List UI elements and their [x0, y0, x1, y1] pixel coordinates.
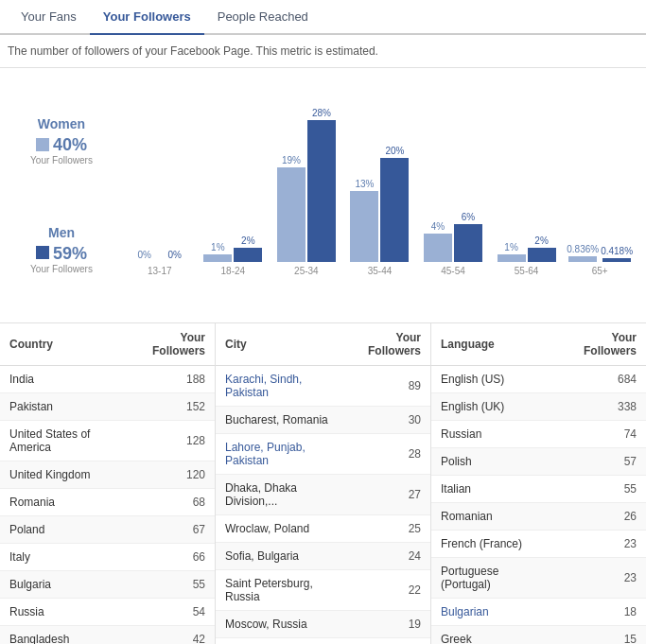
language-col1-header: Language: [431, 323, 551, 366]
table-row: London, UK 17: [216, 638, 430, 645]
legend-women-label: Your Followers: [30, 155, 93, 165]
language-value: 23: [551, 558, 646, 599]
language-name: Portuguese (Portugal): [431, 558, 551, 599]
language-name: Polish: [431, 448, 551, 476]
city-value: 89: [340, 366, 430, 407]
city-name: Sofia, Bulgaria: [216, 543, 340, 570]
language-name: Russian: [431, 421, 551, 448]
city-value: 27: [340, 475, 430, 515]
description-text: The number of followers of your Facebook…: [0, 35, 646, 68]
city-value: 19: [340, 611, 430, 638]
country-name: Italy: [0, 544, 124, 571]
legend-men-pct: 59%: [53, 244, 87, 264]
country-name: Bulgaria: [0, 571, 124, 599]
country-value: 68: [124, 489, 215, 516]
country-value: 152: [124, 393, 215, 421]
country-col1-header: Country: [0, 323, 124, 366]
language-value: 23: [551, 531, 646, 558]
table-row: Saint Petersburg, Russia 22: [216, 570, 430, 611]
legend-women-color: [36, 138, 49, 151]
country-name: United Kingdom: [0, 461, 124, 489]
table-row: Dhaka, Dhaka Division,... 27: [216, 475, 430, 515]
table-row: United Kingdom 120: [0, 461, 215, 489]
language-table-block: Language Your Followers English (US) 684…: [431, 323, 646, 644]
table-row: Romania 68: [0, 489, 215, 516]
country-name: Poland: [0, 516, 124, 544]
country-col2-header: Your Followers: [124, 323, 215, 366]
tabs-bar: Your Fans Your Followers People Reached: [0, 0, 646, 35]
table-row: Bucharest, Romania 30: [216, 407, 430, 434]
table-row: Pakistan 152: [0, 393, 215, 421]
country-value: 67: [124, 516, 215, 544]
table-row: Portuguese (Portugal) 23: [431, 558, 646, 599]
city-col2-header: Your Followers: [340, 323, 430, 366]
language-name: French (France): [431, 531, 551, 558]
country-name: Romania: [0, 489, 124, 516]
table-row: Lahore, Punjab, Pakistan 28: [216, 434, 430, 475]
country-name: Russia: [0, 599, 124, 626]
country-value: 66: [124, 544, 215, 571]
table-row: Russia 54: [0, 599, 215, 626]
country-table-block: Country Your Followers India 188 Pakista…: [0, 323, 216, 644]
legend-women: Women 40% Your Followers: [9, 116, 113, 165]
country-table: Country Your Followers India 188 Pakista…: [0, 323, 215, 644]
legend-men-title: Men: [48, 225, 75, 240]
city-table: City Your Followers Karachi, Sindh, Paki…: [216, 323, 430, 644]
country-value: 188: [124, 366, 215, 393]
language-name: Greek: [431, 626, 551, 645]
language-value: 74: [551, 421, 646, 448]
chart-legend: Women 40% Your Followers Men 59% Your Fo…: [9, 78, 113, 313]
legend-women-pct: 40%: [53, 135, 87, 155]
table-row: Greek 15: [431, 626, 646, 645]
legend-women-title: Women: [38, 116, 85, 131]
tables-section: Country Your Followers India 188 Pakista…: [0, 323, 646, 644]
table-row: Russian 74: [431, 421, 646, 448]
city-name: Moscow, Russia: [216, 611, 340, 638]
language-col2-header: Your Followers: [551, 323, 646, 366]
city-table-block: City Your Followers Karachi, Sindh, Paki…: [216, 323, 431, 644]
chart-area: Women 40% Your Followers Men 59% Your Fo…: [0, 68, 646, 323]
country-name: United States of America: [0, 421, 124, 461]
tab-your-fans[interactable]: Your Fans: [8, 0, 90, 35]
language-value: 15: [551, 626, 646, 645]
table-row: United States of America 128: [0, 421, 215, 461]
table-row: Poland 67: [0, 516, 215, 544]
country-name: India: [0, 366, 124, 393]
legend-men-color: [36, 246, 49, 259]
country-value: 54: [124, 599, 215, 626]
language-name[interactable]: Bulgarian: [431, 599, 551, 626]
country-value: 42: [124, 626, 215, 645]
city-value: 24: [340, 543, 430, 570]
tab-your-followers[interactable]: Your Followers: [90, 0, 204, 35]
table-row: French (France) 23: [431, 531, 646, 558]
country-value: 128: [124, 421, 215, 461]
country-value: 55: [124, 571, 215, 599]
city-name[interactable]: Karachi, Sindh, Pakistan: [216, 366, 340, 407]
tab-people-reached[interactable]: People Reached: [204, 0, 322, 35]
table-row: Karachi, Sindh, Pakistan 89: [216, 366, 430, 407]
city-name[interactable]: Lahore, Punjab, Pakistan: [216, 434, 340, 475]
language-name: English (UK): [431, 393, 551, 421]
table-row: English (US) 684: [431, 366, 646, 393]
city-value: 17: [340, 638, 430, 645]
bar-chart: 0% 0% 13-17 1%: [113, 78, 646, 313]
country-name: Bangladesh: [0, 626, 124, 645]
table-row: Polish 57: [431, 448, 646, 476]
language-value: 18: [551, 599, 646, 626]
language-name: Italian: [431, 476, 551, 503]
legend-men: Men 59% Your Followers: [9, 225, 113, 274]
table-row: Italy 66: [0, 544, 215, 571]
table-row: English (UK) 338: [431, 393, 646, 421]
table-row: Wroclaw, Poland 25: [216, 515, 430, 543]
table-row: India 188: [0, 366, 215, 393]
table-row: Romanian 26: [431, 503, 646, 531]
city-name: London, UK: [216, 638, 340, 645]
language-value: 684: [551, 366, 646, 393]
language-name: English (US): [431, 366, 551, 393]
city-name: Saint Petersburg, Russia: [216, 570, 340, 611]
city-name: Bucharest, Romania: [216, 407, 340, 434]
table-row: Bulgaria 55: [0, 571, 215, 599]
table-row: Sofia, Bulgaria 24: [216, 543, 430, 570]
city-value: 30: [340, 407, 430, 434]
table-row: Bangladesh 42: [0, 626, 215, 645]
